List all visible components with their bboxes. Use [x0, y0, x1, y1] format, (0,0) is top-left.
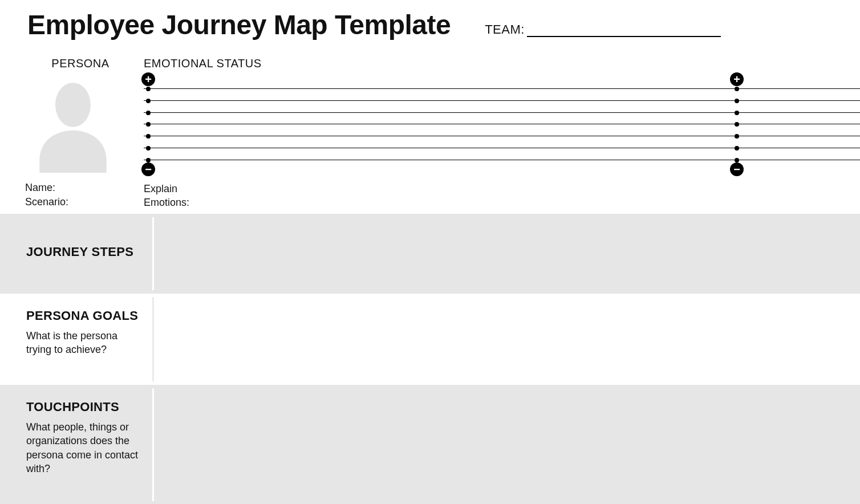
band-journey-steps-content[interactable] — [154, 214, 860, 294]
band-journey-steps: JOURNEY STEPS — [0, 214, 860, 294]
band-touchpoints-left: TOUCHPOINTS What people, things or organ… — [0, 385, 154, 504]
explain-label-line2: Emotions: — [144, 197, 189, 208]
team-field-wrap: TEAM: — [485, 22, 721, 37]
page-title: Employee Journey Map Template — [27, 9, 451, 40]
persona-name-label: Name: — [25, 182, 55, 193]
emotional-grid-line — [144, 100, 860, 101]
band-touchpoints-title: TOUCHPOINTS — [26, 400, 141, 414]
emotional-grid-line — [144, 124, 860, 124]
persona-name-row: Name: — [25, 181, 144, 195]
plus-icon: + — [730, 72, 744, 86]
explain-label-line1: Explain — [144, 182, 860, 196]
band-journey-steps-title: JOURNEY STEPS — [26, 245, 141, 259]
plus-icon: + — [141, 72, 155, 86]
persona-column: PERSONA Name: Scenario: — [0, 57, 144, 211]
emotional-section-label: EMOTIONAL STATUS — [144, 57, 860, 70]
band-touchpoints-desc: What people, things or organizations doe… — [26, 420, 141, 475]
emotional-status-column: EMOTIONAL STATUS + + − − Explain Emotion… — [144, 57, 860, 211]
team-label: TEAM: — [485, 22, 525, 37]
band-journey-steps-left: JOURNEY STEPS — [0, 214, 154, 294]
minus-icon: − — [730, 162, 744, 176]
page-root: Employee Journey Map Template TEAM: PERS… — [0, 0, 860, 504]
emotional-grid-lines — [144, 88, 860, 160]
band-persona-goals-left: PERSONA GOALS What is the persona trying… — [0, 294, 154, 385]
band-persona-goals-desc: What is the persona trying to achieve? — [26, 329, 141, 357]
emotional-grid-line — [144, 148, 860, 148]
persona-scenario-label: Scenario: — [25, 196, 68, 208]
emotional-grid: + + − − — [144, 76, 860, 173]
top-grid: PERSONA Name: Scenario: EMOTIONAL STATUS — [0, 57, 860, 211]
team-input-line[interactable] — [527, 25, 721, 37]
emotional-grid-line — [144, 136, 860, 136]
band-persona-goals-title: PERSONA GOALS — [26, 308, 141, 323]
band-touchpoints: TOUCHPOINTS What people, things or organ… — [0, 385, 860, 504]
band-persona-goals: PERSONA GOALS What is the persona trying… — [0, 294, 860, 385]
bands: JOURNEY STEPS PERSONA GOALS What is the … — [0, 214, 860, 504]
persona-scenario-row: Scenario: — [25, 195, 144, 209]
band-touchpoints-content[interactable] — [154, 385, 860, 504]
header: Employee Journey Map Template TEAM: — [27, 9, 860, 40]
explain-emotions-field: Explain Emotions: — [144, 182, 860, 210]
emotional-grid-line — [144, 160, 860, 160]
persona-avatar-icon — [27, 76, 119, 173]
persona-fields: Name: Scenario: — [25, 181, 144, 209]
band-persona-goals-content[interactable] — [154, 294, 860, 385]
persona-section-label: PERSONA — [17, 57, 144, 70]
minus-icon: − — [141, 162, 155, 176]
emotional-grid-line — [144, 112, 860, 113]
emotional-grid-line — [144, 88, 860, 89]
